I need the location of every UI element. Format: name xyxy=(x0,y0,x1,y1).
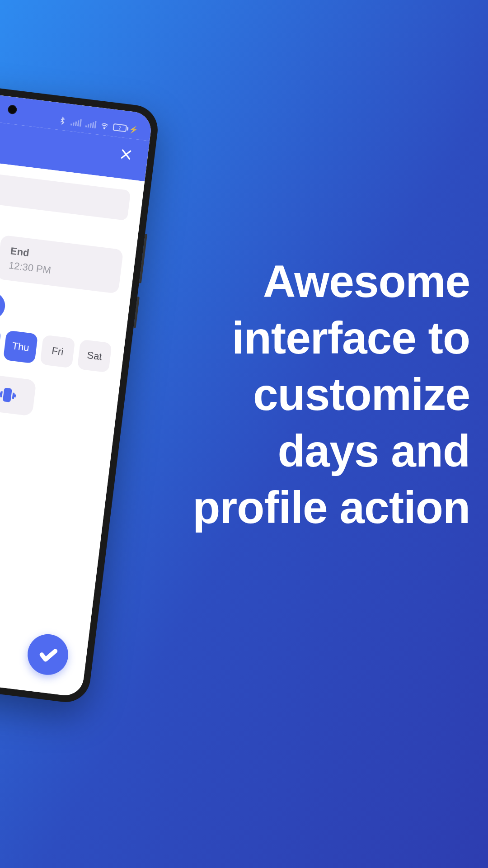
form-content: Period Start 10:30 AM End 12:30 PM Every… xyxy=(0,147,145,698)
svg-point-3 xyxy=(104,128,105,129)
marketing-headline: Awesome interface to customize days and … xyxy=(154,253,470,536)
battery-indicator: 7 ⚡ xyxy=(113,123,139,134)
bluetooth-icon xyxy=(58,116,67,125)
day-fri[interactable]: Fri xyxy=(40,335,75,368)
day-sat[interactable]: Sat xyxy=(77,339,112,373)
close-button[interactable] xyxy=(117,146,135,164)
preset-custom[interactable]: Custom xyxy=(0,286,6,321)
wifi-icon xyxy=(100,121,109,130)
day-wed[interactable]: Wed xyxy=(0,326,1,359)
phone-mockup: 41 KB/s xyxy=(0,72,160,705)
action-vibrate[interactable] xyxy=(0,374,37,416)
phone-side-button xyxy=(133,297,139,328)
phone-side-button xyxy=(139,234,147,283)
svg-rect-4 xyxy=(4,389,11,401)
day-thu[interactable]: Thu xyxy=(3,330,38,363)
signal-icon-2 xyxy=(85,120,97,128)
end-time-picker[interactable]: End 12:30 PM xyxy=(0,235,123,293)
signal-icon xyxy=(70,118,82,127)
